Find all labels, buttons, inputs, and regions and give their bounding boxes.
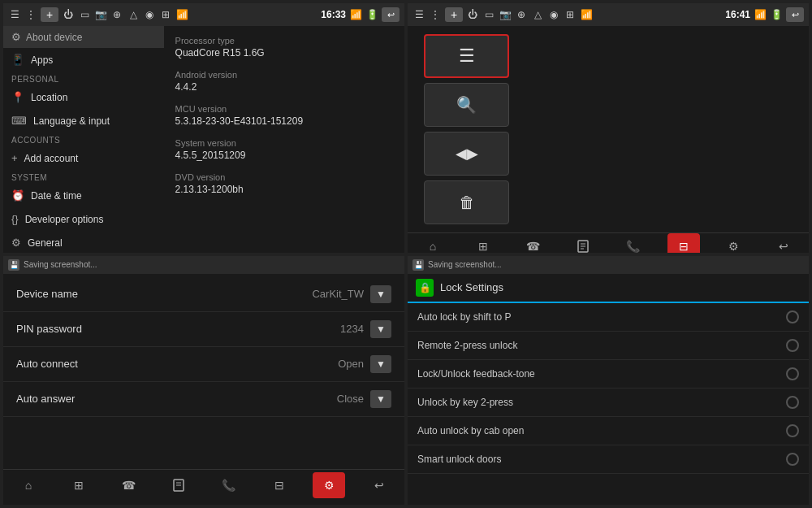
settings-item-location[interactable]: 📍 Location — [3, 85, 164, 109]
nav-call-3[interactable]: 📞 — [213, 472, 245, 498]
settings-item-datetime-label: Date & time — [31, 190, 82, 202]
info-row-processor: Processor type QuadCore R15 1.6G — [175, 36, 393, 59]
nav-back-3[interactable]: ↩ — [363, 472, 395, 498]
nav-home-2[interactable]: ⌂ — [417, 233, 449, 253]
settings-item-add-account[interactable]: + Add account — [3, 146, 164, 170]
lock-header-title: Lock Settings — [440, 281, 503, 293]
dropdown-autoconnect[interactable]: ▼ — [370, 355, 391, 373]
nav-phone-3[interactable]: ☎ — [112, 472, 145, 498]
settings-item-devopt-label: Developer options — [25, 214, 104, 225]
mcu-label: MCU version — [175, 104, 393, 114]
power-icon-2[interactable]: ⏻ — [466, 8, 479, 21]
settings-item-general[interactable]: ⚙ General — [3, 231, 164, 253]
launcher-btn-media[interactable]: ◀▶ — [424, 132, 509, 176]
topbar-1: ☰ ⋮ + ⏻ ▭ 📷 ⊕ △ ◉ ⊞ 📶 16:33 📶 🔋 ↩ — [3, 3, 404, 26]
add-account-icon: + — [11, 152, 18, 164]
launcher-content: ☰ 🔍 ◀▶ 🗑 ⌂ ⊞ ☎ — [408, 26, 809, 253]
section-system: SYSTEM — [3, 170, 164, 184]
lock-label-keypress: Unlock by key 2-press — [417, 397, 786, 408]
lock-row-keypress: Unlock by key 2-press — [408, 389, 809, 417]
nav-contacts-2[interactable] — [567, 233, 599, 253]
power-icon[interactable]: ⏻ — [62, 8, 75, 21]
nav-grid-2[interactable]: ⊞ — [467, 233, 499, 253]
lock-row-feedback: Lock/Unlock feedback-tone — [408, 360, 809, 389]
camera-icon: 📷 — [94, 8, 107, 21]
lock-label-autolock: Auto lock by shift to P — [417, 311, 786, 323]
nav-call-2[interactable]: 📞 — [617, 233, 650, 253]
radio-keypress[interactable] — [786, 396, 799, 409]
settings-gear-icon: ⚙ — [11, 31, 21, 43]
settings-item-datetime[interactable]: ⏰ Date & time — [3, 184, 164, 207]
launcher-btn-list[interactable]: ☰ — [424, 34, 509, 78]
settings-content: ⚙ About device 📱 Apps PERSONAL 📍 Locatio… — [3, 26, 404, 253]
bt-row-pin: PIN password 1234 ▼ — [3, 312, 404, 347]
dropdown-autoanswer[interactable]: ▼ — [370, 390, 391, 408]
datetime-icon: ⏰ — [11, 189, 24, 202]
bt-label-pin: PIN password — [16, 323, 340, 335]
wifi-icon-2: 📶 — [580, 8, 593, 21]
settings-item-language[interactable]: ⌨ Language & input — [3, 109, 164, 132]
topbar-2: ☰ ⋮ + ⏻ ▭ 📷 ⊕ △ ◉ ⊞ 📶 16:41 📶 🔋 ↩ — [408, 3, 809, 26]
add-btn-1[interactable]: + — [41, 7, 58, 22]
screenshot-indicator-3: 💾 Saving screenshot... — [8, 259, 97, 271]
menu-icon-2[interactable]: ⋮ — [429, 8, 442, 21]
battery-icon-2: 🔋 — [365, 8, 378, 21]
menu-icon[interactable]: ⋮ — [24, 8, 37, 21]
section-accounts: ACCOUNTS — [3, 132, 164, 146]
battery-icon: ▭ — [78, 8, 91, 21]
screenshot-text-3: Saving screenshot... — [24, 260, 97, 269]
warning-icon-2: △ — [531, 8, 544, 21]
radio-feedback[interactable] — [786, 367, 799, 380]
clock-2: 16:41 — [725, 9, 750, 20]
nav-grid-3[interactable]: ⊞ — [63, 472, 95, 498]
quadrant-lock-settings: 💾 Saving screenshot... 🔒 Lock Settings A… — [408, 256, 809, 506]
nav-apps-2[interactable]: ⊟ — [667, 233, 700, 253]
lock-label-cabopen: Auto unlock by cab open — [417, 425, 786, 436]
battery-icon-3: ▭ — [482, 8, 495, 21]
add-btn-2[interactable]: + — [445, 7, 463, 22]
radio-cabopen[interactable] — [786, 424, 799, 437]
settings-item-apps[interactable]: 📱 Apps — [3, 48, 164, 72]
lock-label-remote: Remote 2-press unlock — [417, 340, 786, 351]
info-row-dvd: DVD version 2.13.13-1200bh — [175, 172, 393, 195]
back-btn-1[interactable]: ↩ — [382, 7, 400, 22]
launcher-btn-trash[interactable]: 🗑 — [424, 180, 509, 224]
bt-row-autoconnect: Auto connect Open ▼ — [3, 347, 404, 382]
nav-settings-2[interactable]: ⚙ — [717, 233, 749, 253]
nav-apps-3[interactable]: ⊟ — [263, 472, 296, 498]
launcher-btn-search[interactable]: 🔍 — [424, 83, 509, 127]
media-icon: ⊕ — [110, 8, 123, 21]
radio-remote[interactable] — [786, 339, 799, 352]
home-icon[interactable]: ☰ — [8, 8, 21, 21]
language-icon: ⌨ — [11, 115, 27, 127]
bt-label-autoanswer: Auto answer — [16, 393, 337, 405]
lock-row-cabopen: Auto unlock by cab open — [408, 417, 809, 445]
nav-contacts-3[interactable] — [162, 472, 195, 498]
radio-autolock[interactable] — [786, 310, 799, 323]
section-personal: PERSONAL — [3, 72, 164, 85]
lock-header-icon: 🔒 — [416, 279, 434, 297]
bt-row-autoanswer: Auto answer Close ▼ — [3, 382, 404, 417]
settings-item-language-label: Language & input — [33, 115, 110, 127]
home-icon-2[interactable]: ☰ — [412, 8, 425, 21]
bt-settings-list: Device name CarKit_TW ▼ PIN password 123… — [3, 274, 404, 470]
radio-smartunlock[interactable] — [786, 453, 799, 466]
nav-home-3[interactable]: ⌂ — [12, 472, 45, 498]
dropdown-device-name[interactable]: ▼ — [370, 285, 391, 303]
lock-header: 🔒 Lock Settings — [408, 274, 809, 303]
topbar-4: 💾 Saving screenshot... — [408, 256, 809, 274]
settings-item-devopt[interactable]: {} Developer options — [3, 207, 164, 231]
nav-phone-2[interactable]: ☎ — [516, 233, 549, 253]
nav-back-2[interactable]: ↩ — [767, 233, 800, 253]
info-panel: Processor type QuadCore R15 1.6G Android… — [164, 26, 404, 253]
info-row-mcu: MCU version 5.3.18-23-30-E43101-151209 — [175, 104, 393, 127]
dropdown-pin[interactable]: ▼ — [370, 320, 391, 338]
nav-settings-3[interactable]: ⚙ — [313, 472, 345, 498]
processor-value: QuadCore R15 1.6G — [175, 47, 393, 59]
lock-label-feedback: Lock/Unlock feedback-tone — [417, 368, 786, 380]
back-btn-2[interactable]: ↩ — [786, 7, 804, 22]
signal-icon-2: 📶 — [754, 8, 767, 21]
general-icon: ⚙ — [11, 237, 21, 249]
dvd-label: DVD version — [175, 172, 393, 182]
system-value: 4.5.5_20151209 — [175, 150, 393, 161]
